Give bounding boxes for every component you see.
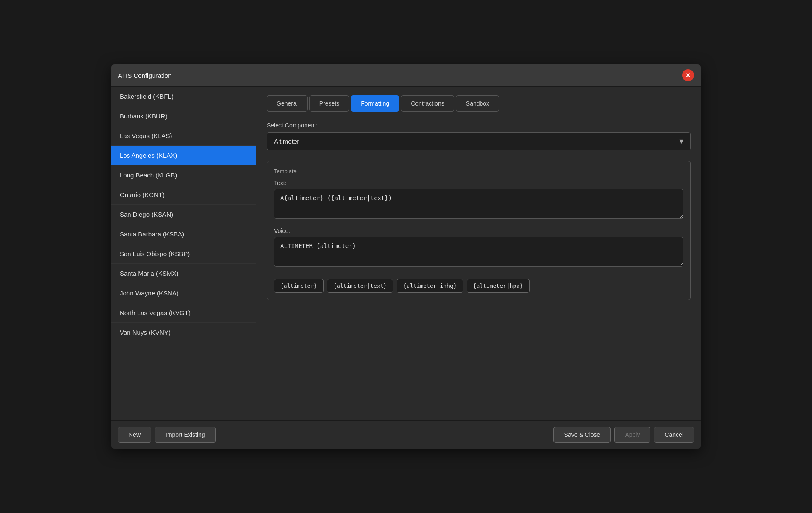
tab-formatting[interactable]: Formatting: [351, 95, 399, 112]
text-input[interactable]: [274, 189, 683, 219]
template-group-label: Template: [274, 168, 683, 174]
footer-right: Save & Close Apply Cancel: [553, 427, 694, 443]
component-dropdown[interactable]: Altimeter: [267, 132, 691, 150]
token-altimetertext[interactable]: {altimeter|text}: [327, 279, 393, 293]
token-row: {altimeter}{altimeter|text}{altimeter|in…: [274, 279, 683, 293]
sidebar-item-kbur[interactable]: Burbank (KBUR): [111, 106, 256, 126]
new-button[interactable]: New: [118, 427, 151, 443]
sidebar-item-ksba[interactable]: Santa Barbara (KSBA): [111, 224, 256, 244]
token-altimeterhpa[interactable]: {altimeter|hpa}: [467, 279, 530, 293]
tab-sandbox[interactable]: Sandbox: [456, 95, 499, 112]
sidebar-item-ksan[interactable]: San Diego (KSAN): [111, 205, 256, 224]
tab-bar: GeneralPresetsFormattingContractionsSand…: [267, 95, 691, 112]
cancel-button[interactable]: Cancel: [654, 427, 694, 443]
sidebar-item-kvgt[interactable]: North Las Vegas (KVGT): [111, 303, 256, 323]
import-existing-button[interactable]: Import Existing: [155, 427, 216, 443]
title-bar: ATIS Configuration ✕: [111, 64, 701, 87]
component-dropdown-wrapper: Altimeter ▼: [267, 132, 691, 150]
sidebar-item-ksmx[interactable]: Santa Maria (KSMX): [111, 264, 256, 283]
sidebar-item-kont[interactable]: Ontario (KONT): [111, 185, 256, 205]
template-group: Template Text: Voice: {altimeter}{altime…: [267, 161, 691, 300]
content-area: Bakersfield (KBFL)Burbank (KBUR)Las Vega…: [111, 87, 701, 420]
tab-presets[interactable]: Presets: [309, 95, 349, 112]
sidebar-item-klax[interactable]: Los Angeles (KLAX): [111, 146, 256, 165]
voice-field-label: Voice:: [274, 227, 683, 234]
sidebar-item-kvny[interactable]: Van Nuys (KVNY): [111, 323, 256, 342]
footer: New Import Existing Save & Close Apply C…: [111, 420, 701, 449]
apply-button[interactable]: Apply: [614, 427, 650, 443]
sidebar-item-ksbp[interactable]: San Luis Obispo (KSBP): [111, 244, 256, 264]
tab-contractions[interactable]: Contractions: [401, 95, 454, 112]
save-close-button[interactable]: Save & Close: [553, 427, 611, 443]
window-title: ATIS Configuration: [118, 72, 172, 79]
close-button[interactable]: ✕: [682, 69, 694, 81]
sidebar-item-klas[interactable]: Las Vegas (KLAS): [111, 126, 256, 146]
main-panel: GeneralPresetsFormattingContractionsSand…: [256, 87, 701, 420]
sidebar-item-klgb[interactable]: Long Beach (KLGB): [111, 165, 256, 185]
select-component-label: Select Component:: [267, 122, 691, 129]
text-field-label: Text:: [274, 180, 683, 186]
footer-left: New Import Existing: [118, 427, 216, 443]
atis-configuration-dialog: ATIS Configuration ✕ Bakersfield (KBFL)B…: [111, 64, 701, 449]
sidebar-item-kbfl[interactable]: Bakersfield (KBFL): [111, 87, 256, 106]
sidebar-item-ksna[interactable]: John Wayne (KSNA): [111, 283, 256, 303]
token-altimeter[interactable]: {altimeter}: [274, 279, 324, 293]
sidebar: Bakersfield (KBFL)Burbank (KBUR)Las Vega…: [111, 87, 256, 420]
voice-input[interactable]: [274, 237, 683, 267]
tab-general[interactable]: General: [267, 95, 308, 112]
token-altimeterinhg[interactable]: {altimeter|inhg}: [397, 279, 463, 293]
